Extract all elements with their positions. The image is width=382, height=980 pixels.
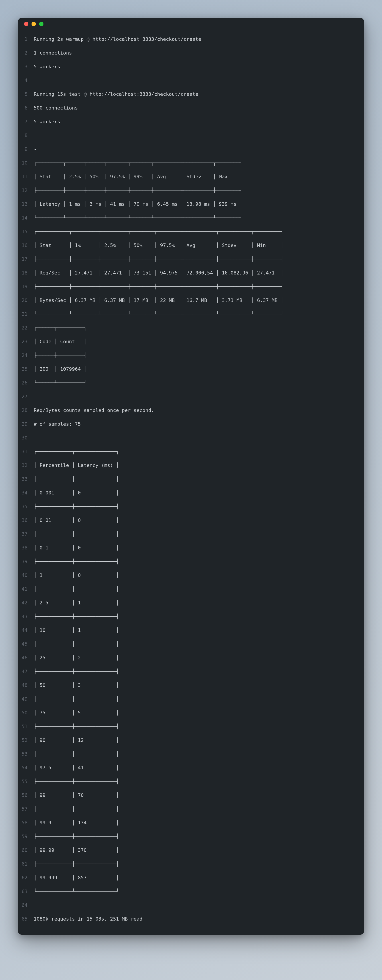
line-text: 1080k requests in 15.03s, 251 MB read xyxy=(34,912,364,926)
line-text: ┌──────┬─────────┐ xyxy=(34,321,364,335)
terminal-line: 61├────────────┼──────────────┤ xyxy=(18,857,364,871)
line-number: 47 xyxy=(18,665,34,678)
terminal-line: 35├────────────┼──────────────┤ xyxy=(18,500,364,514)
line-number: 29 xyxy=(18,417,34,431)
line-text: ┌────────────┬──────────────┐ xyxy=(34,445,364,458)
line-number: 23 xyxy=(18,335,34,348)
line-text: │ Code │ Count │ xyxy=(34,335,364,348)
line-number: 31 xyxy=(18,445,34,458)
line-text: │ 0.001 │ 0 │ xyxy=(34,486,364,500)
line-number: 51 xyxy=(18,720,34,733)
line-number: 55 xyxy=(18,775,34,788)
terminal-line: 5Running 15s test @ http://localhost:333… xyxy=(18,88,364,101)
line-number: 25 xyxy=(18,362,34,376)
terminal-line: 30 xyxy=(18,431,364,445)
line-number: 38 xyxy=(18,541,34,555)
line-number: 1 xyxy=(18,32,34,46)
line-number: 14 xyxy=(18,211,34,225)
line-text: Running 15s test @ http://localhost:3333… xyxy=(34,88,364,101)
terminal-line: 33├────────────┼──────────────┤ xyxy=(18,472,364,486)
terminal-line: 50│ 75 │ 5 │ xyxy=(18,706,364,720)
terminal-line: 1Running 2s warmup @ http://localhost:33… xyxy=(18,32,364,46)
terminal-line: 22┌──────┬─────────┐ xyxy=(18,321,364,335)
terminal-line: 52│ 90 │ 12 │ xyxy=(18,733,364,747)
line-number: 63 xyxy=(18,885,34,899)
terminal-line: 64 xyxy=(18,899,364,912)
line-number: 8 xyxy=(18,129,34,142)
terminal-line: 9- xyxy=(18,142,364,156)
line-text: ├────────────┼──────────────┤ xyxy=(34,720,364,733)
terminal-line: 41├────────────┼──────────────┤ xyxy=(18,582,364,596)
line-text: ┌─────────┬──────┬──────┬───────┬───────… xyxy=(34,156,364,170)
terminal-line: 44│ 10 │ 1 │ xyxy=(18,624,364,637)
line-number: 17 xyxy=(18,252,34,266)
terminal-line: 63└────────────┴──────────────┘ xyxy=(18,885,364,899)
terminal-line: 12├─────────┼──────┼──────┼───────┼─────… xyxy=(18,184,364,197)
line-number: 4 xyxy=(18,73,34,88)
line-text: ├────────────┼──────────────┤ xyxy=(34,692,364,706)
zoom-icon[interactable] xyxy=(39,22,43,26)
terminal-line: 75 workers xyxy=(18,115,364,129)
line-text: │ 200 │ 1079964 │ xyxy=(34,362,364,376)
line-number: 12 xyxy=(18,184,34,197)
line-number: 52 xyxy=(18,733,34,747)
line-text: ├────────────┼──────────────┤ xyxy=(34,527,364,541)
terminal-line: 37├────────────┼──────────────┤ xyxy=(18,527,364,541)
line-number: 7 xyxy=(18,115,34,129)
close-icon[interactable] xyxy=(24,22,29,26)
terminal-line: 16│ Stat │ 1% │ 2.5% │ 50% │ 97.5% │ Avg… xyxy=(18,239,364,252)
line-number: 64 xyxy=(18,899,34,912)
terminal-line: 43├────────────┼──────────────┤ xyxy=(18,610,364,624)
line-text: │ 75 │ 5 │ xyxy=(34,706,364,720)
line-number: 44 xyxy=(18,624,34,637)
terminal-line: 54│ 97.5 │ 41 │ xyxy=(18,761,364,775)
terminal-line: 24├──────┼─────────┤ xyxy=(18,348,364,362)
line-text: ├─────────┼──────┼──────┼───────┼───────… xyxy=(34,184,364,197)
terminal-line: 28Req/Bytes counts sampled once per seco… xyxy=(18,404,364,417)
terminal-line: 20│ Bytes/Sec │ 6.37 MB │ 6.37 MB │ 17 M… xyxy=(18,294,364,307)
line-text: │ 90 │ 12 │ xyxy=(34,733,364,747)
terminal-line: 10┌─────────┬──────┬──────┬───────┬─────… xyxy=(18,156,364,170)
line-number: 37 xyxy=(18,527,34,541)
line-number: 19 xyxy=(18,280,34,294)
line-number: 26 xyxy=(18,376,34,390)
line-text: Req/Bytes counts sampled once per second… xyxy=(34,404,364,417)
line-number: 22 xyxy=(18,321,34,335)
terminal-line: 57├────────────┼──────────────┤ xyxy=(18,802,364,816)
terminal-window: 1Running 2s warmup @ http://localhost:33… xyxy=(18,18,364,935)
terminal-line: 18│ Req/Sec │ 27.471 │ 27.471 │ 73.151 │… xyxy=(18,266,364,280)
terminal-line: 19├───────────┼─────────┼─────────┼─────… xyxy=(18,280,364,294)
terminal-line: 56│ 99 │ 70 │ xyxy=(18,788,364,802)
line-number: 39 xyxy=(18,555,34,568)
terminal-line: 47├────────────┼──────────────┤ xyxy=(18,665,364,678)
line-number: 49 xyxy=(18,692,34,706)
terminal-line: 35 workers xyxy=(18,60,364,73)
line-number: 20 xyxy=(18,294,34,307)
terminal-line: 59├────────────┼──────────────┤ xyxy=(18,830,364,843)
line-number: 62 xyxy=(18,871,34,885)
line-number: 13 xyxy=(18,197,34,211)
line-text: │ Percentile │ Latency (ms) │ xyxy=(34,458,364,472)
terminal-line: 39├────────────┼──────────────┤ xyxy=(18,555,364,568)
line-text: 1 connections xyxy=(34,46,364,60)
terminal-line: 31┌────────────┬──────────────┐ xyxy=(18,445,364,458)
line-text: │ 97.5 │ 41 │ xyxy=(34,761,364,775)
terminal-line: 53├────────────┼──────────────┤ xyxy=(18,747,364,761)
terminal-line: 21└───────────┴─────────┴─────────┴─────… xyxy=(18,307,364,321)
terminal-line: 32│ Percentile │ Latency (ms) │ xyxy=(18,458,364,472)
line-text: └───────────┴─────────┴─────────┴───────… xyxy=(34,307,364,321)
line-text: ├────────────┼──────────────┤ xyxy=(34,775,364,788)
line-number: 57 xyxy=(18,802,34,816)
line-number: 24 xyxy=(18,348,34,362)
line-number: 10 xyxy=(18,156,34,170)
line-text: Running 2s warmup @ http://localhost:333… xyxy=(34,32,364,46)
line-number: 35 xyxy=(18,500,34,514)
terminal-line: 11│ Stat │ 2.5% │ 50% │ 97.5% │ 99% │ Av… xyxy=(18,170,364,184)
terminal-line: 51├────────────┼──────────────┤ xyxy=(18,720,364,733)
line-text: # of samples: 75 xyxy=(34,417,364,431)
line-number: 5 xyxy=(18,88,34,101)
minimize-icon[interactable] xyxy=(32,22,36,26)
line-number: 2 xyxy=(18,46,34,60)
line-number: 32 xyxy=(18,458,34,472)
line-number: 58 xyxy=(18,816,34,830)
